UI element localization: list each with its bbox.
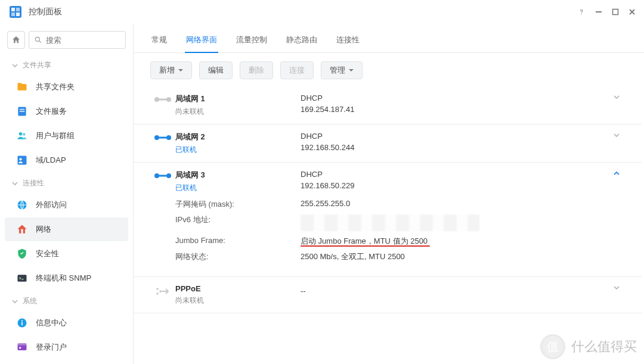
- eth-icon: [150, 94, 175, 104]
- svg-rect-28: [159, 99, 167, 101]
- detail-value: 启动 Jumbo Frame，MTU 值为 2500: [301, 236, 625, 247]
- terminal-snmp-icon: [16, 272, 29, 285]
- chevron-down-icon: [178, 69, 183, 71]
- svg-rect-1: [11, 8, 15, 11]
- sidebar-item-domain-ldap[interactable]: 域/LDAP: [5, 148, 128, 172]
- window-title: 控制面板: [29, 7, 577, 17]
- interface-status: 尚未联机: [175, 107, 301, 117]
- sidebar-item-login-portal[interactable]: 登录门户: [5, 335, 128, 359]
- edit-button[interactable]: 编辑: [199, 61, 233, 79]
- svg-rect-6: [596, 11, 602, 13]
- interface-row[interactable]: 局域网 2 已联机 DHCP 192.168.50.244: [134, 125, 642, 163]
- interface-row[interactable]: 局域网 3 已联机 DHCP 192.168.50.229 子网掩码 (mask…: [134, 163, 642, 277]
- interface-proto: DHCP: [301, 170, 608, 179]
- file-services-icon: [16, 105, 29, 118]
- sidebar-item-external-access[interactable]: 外部访问: [5, 193, 128, 217]
- toolbar: 新增 编辑 删除 连接 管理: [134, 53, 644, 86]
- detail-label: Jumbo Frame:: [175, 236, 301, 247]
- svg-rect-25: [18, 343, 27, 345]
- close-icon[interactable]: [628, 8, 636, 15]
- interface-name: 局域网 2: [175, 132, 301, 142]
- svg-point-37: [159, 290, 162, 293]
- svg-line-9: [39, 41, 41, 43]
- svg-point-16: [19, 158, 21, 160]
- interface-name: 局域网 3: [175, 170, 301, 181]
- sidebar-category[interactable]: 连接性: [0, 173, 133, 192]
- svg-point-5: [581, 13, 581, 14]
- interface-name: 局域网 1: [175, 94, 301, 104]
- interface-proto: DHCP: [301, 94, 608, 102]
- home-button[interactable]: [7, 31, 25, 49]
- sidebar-item-label: 网络: [36, 224, 51, 235]
- sidebar-category[interactable]: 系统: [0, 291, 133, 310]
- sidebar-item-label: 文件服务: [36, 106, 67, 117]
- tab-traffic[interactable]: 流量控制: [235, 32, 268, 52]
- expand-toggle[interactable]: [608, 284, 625, 291]
- interface-row[interactable]: PPPoE 尚未联机 --: [134, 277, 642, 313]
- sidebar-item-shared-folder[interactable]: 共享文件夹: [5, 75, 128, 99]
- detail-label: 子网掩码 (mask):: [175, 199, 301, 210]
- sidebar-item-terminal-snmp[interactable]: 终端机和 SNMP: [5, 266, 128, 290]
- sidebar-item-label: 用户与群组: [36, 130, 75, 141]
- tab-ifaces[interactable]: 网络界面: [185, 32, 218, 52]
- minimize-icon[interactable]: [595, 8, 602, 15]
- sidebar-item-network[interactable]: 网络: [5, 217, 128, 241]
- chevron-down-icon: [12, 298, 18, 304]
- tab-general[interactable]: 常规: [150, 32, 168, 52]
- search-input[interactable]: [29, 31, 126, 49]
- expand-toggle[interactable]: [608, 132, 625, 139]
- svg-rect-31: [159, 137, 167, 139]
- svg-rect-22: [21, 322, 23, 325]
- sidebar-category-label: 文件共享: [23, 60, 51, 70]
- interface-row[interactable]: 局域网 1 尚未联机 DHCP 169.254.187.41: [134, 86, 642, 125]
- svg-point-38: [156, 293, 159, 295]
- sidebar-item-user-group[interactable]: 用户与群组: [5, 124, 128, 148]
- svg-rect-3: [11, 13, 15, 16]
- app-icon: [8, 5, 23, 19]
- svg-point-14: [23, 133, 25, 135]
- detail-value: 2500 Mb/s, 全双工, MTU 2500: [301, 251, 625, 262]
- maximize-icon[interactable]: [612, 8, 619, 15]
- detail-value: 255.255.255.0: [301, 199, 625, 210]
- add-button[interactable]: 新增: [150, 61, 192, 79]
- delete-button[interactable]: 删除: [240, 61, 273, 79]
- eth-icon: [150, 170, 175, 181]
- tab-connectivity[interactable]: 连接性: [335, 32, 361, 52]
- interface-ip: 169.254.187.41: [301, 105, 608, 114]
- interface-status: 尚未联机: [175, 295, 301, 306]
- svg-point-33: [154, 173, 159, 178]
- eth-icon: [150, 132, 175, 142]
- svg-point-13: [19, 132, 23, 136]
- detail-value: [301, 214, 625, 231]
- sidebar-category[interactable]: 文件共享: [0, 55, 133, 74]
- tab-static-route[interactable]: 静态路由: [285, 32, 318, 52]
- sidebar-item-info-center[interactable]: 信息中心: [5, 311, 128, 335]
- search-field[interactable]: [46, 36, 120, 45]
- svg-point-32: [166, 135, 171, 140]
- expand-toggle[interactable]: [608, 94, 625, 101]
- sidebar-item-label: 终端机和 SNMP: [36, 273, 91, 284]
- help-icon[interactable]: [577, 8, 586, 16]
- svg-rect-19: [18, 275, 27, 282]
- svg-point-36: [156, 288, 159, 290]
- svg-point-30: [154, 135, 159, 140]
- sidebar: 文件共享共享文件夹文件服务用户与群组域/LDAP连接性外部访问网络安全性终端机和…: [0, 24, 134, 364]
- interface-ip: --: [301, 287, 608, 295]
- svg-point-35: [166, 173, 171, 178]
- title-bar: 控制面板: [0, 0, 644, 24]
- interface-status: 已联机: [175, 183, 301, 193]
- svg-rect-12: [20, 111, 24, 112]
- manage-button[interactable]: 管理: [321, 61, 363, 79]
- connect-button[interactable]: 连接: [280, 61, 314, 79]
- sidebar-item-file-services[interactable]: 文件服务: [5, 99, 128, 123]
- network-icon: [16, 223, 29, 236]
- svg-rect-34: [159, 175, 167, 177]
- sidebar-item-security[interactable]: 安全性: [5, 242, 128, 266]
- expand-toggle[interactable]: [608, 170, 625, 177]
- chevron-down-icon: [12, 63, 18, 69]
- domain-ldap-icon: [16, 154, 29, 167]
- chevron-down-icon: [12, 181, 18, 186]
- user-group-icon: [16, 129, 29, 142]
- sidebar-item-label: 登录门户: [36, 342, 67, 353]
- sidebar-item-label: 外部访问: [36, 200, 67, 210]
